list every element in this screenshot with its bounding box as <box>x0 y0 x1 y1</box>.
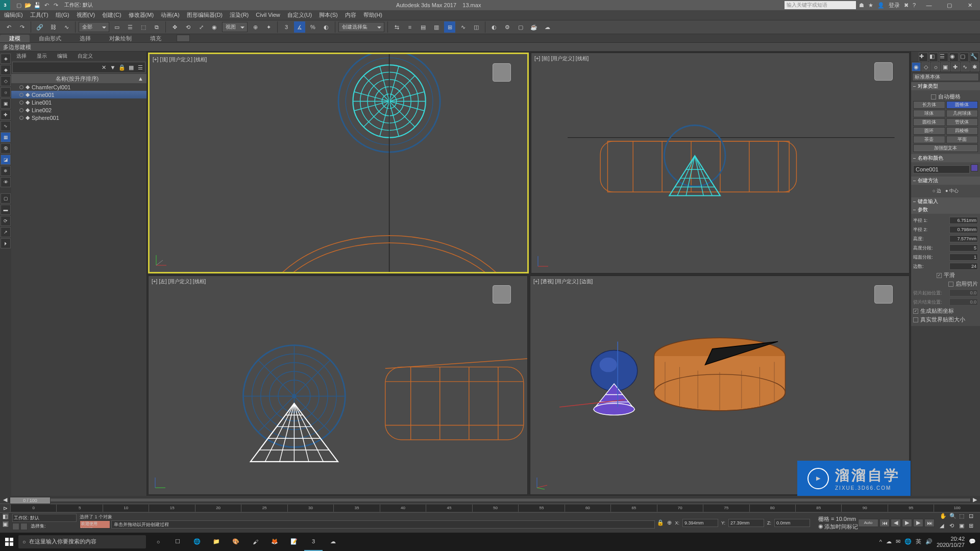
cameras-filter-icon[interactable]: ▣ <box>1 98 11 109</box>
rollout-header[interactable]: 键盘输入 <box>911 197 980 206</box>
spinner-snap-icon[interactable]: ◐ <box>321 21 332 33</box>
toggle-ribbon-icon[interactable]: ⊞ <box>444 21 455 33</box>
redo-icon[interactable]: ↷ <box>52 2 59 9</box>
menu-edit[interactable]: 编辑(E) <box>4 11 23 19</box>
open-icon[interactable]: 📂 <box>24 2 32 9</box>
coord-z[interactable]: 0.0mm <box>774 519 810 527</box>
placement-icon[interactable]: ◉ <box>209 21 220 33</box>
view-mode-icon[interactable]: ▦ <box>127 63 136 72</box>
primitive-teapot-button[interactable]: 茶壶 <box>913 136 945 143</box>
ime-icon[interactable]: 英 <box>916 538 921 545</box>
3dsmax-taskbar-icon[interactable]: 3 <box>304 533 323 551</box>
realworld-checkbox[interactable] <box>913 317 918 322</box>
volume-icon[interactable]: 🔊 <box>925 538 933 545</box>
exchange-icon[interactable]: ✖ <box>904 2 909 9</box>
viewport-config-icon[interactable]: ⊞ <box>969 522 977 532</box>
select-rect-icon[interactable]: ⬚ <box>138 21 149 33</box>
coord-y[interactable]: 27.39mm <box>728 519 764 527</box>
goto-start-icon[interactable]: ⏮ <box>879 519 890 527</box>
rollout-header[interactable]: 参数 <box>911 206 980 214</box>
height-seg-spinner[interactable]: 5 <box>949 244 978 252</box>
goto-end-icon[interactable]: ⏭ <box>924 519 935 527</box>
smooth-checkbox[interactable]: ✓ <box>937 273 942 278</box>
window-crossing-icon[interactable]: ⧉ <box>151 21 162 33</box>
viewcube[interactable] <box>868 281 899 312</box>
mail-icon[interactable]: ✉ <box>896 538 900 545</box>
systems-cat-icon[interactable]: ✱ <box>970 62 979 71</box>
lock-icon[interactable]: 🔒 <box>657 519 664 526</box>
slice-checkbox[interactable] <box>948 282 953 287</box>
object-name-input[interactable]: Cone001 <box>913 165 970 173</box>
app2-icon[interactable]: ☁ <box>324 533 342 551</box>
minimize-button[interactable]: — <box>919 0 939 10</box>
system-clock[interactable]: 20:422020/10/27 <box>937 536 965 548</box>
isolate-icon[interactable] <box>12 523 19 530</box>
display-tab-icon[interactable]: ▢ <box>960 53 969 62</box>
lights-cat-icon[interactable]: ☼ <box>931 62 940 71</box>
app-logo[interactable]: 3 <box>0 0 10 10</box>
notification-icon[interactable]: 💬 <box>969 538 976 545</box>
maxscript-toggle[interactable]: ◧ <box>2 513 9 520</box>
primitive-torus-button[interactable]: 圆环 <box>913 127 945 135</box>
login-label[interactable]: 登录 <box>889 2 900 9</box>
viewcube[interactable] <box>868 58 899 89</box>
manipulate-icon[interactable]: ✦ <box>263 21 274 33</box>
unlink-icon[interactable]: ⛓ <box>47 21 59 33</box>
primitive-sphere-button[interactable]: 球体 <box>913 110 945 117</box>
onedrive-icon[interactable]: ☁ <box>886 538 892 545</box>
zoom-region-icon[interactable]: ⬚ <box>959 513 967 522</box>
spacewarps-cat-icon[interactable]: ∿ <box>961 62 970 71</box>
close-button[interactable]: ✕ <box>960 0 980 10</box>
radius2-spinner[interactable]: 0.798mm <box>949 226 978 233</box>
task-view-icon[interactable]: ☐ <box>168 533 187 551</box>
menu-view[interactable]: 视图(V) <box>77 11 95 19</box>
menu-animation[interactable]: 动画(A) <box>161 11 180 19</box>
sides-spinner[interactable]: 24 <box>949 263 978 270</box>
maxscript-mini[interactable]: 欢迎使用 MAXSc <box>80 520 110 529</box>
ribbon-tab-populate[interactable]: 填充 <box>141 35 170 42</box>
ribbon-panel-label[interactable]: 多边形建模 <box>3 43 31 51</box>
ribbon-toggle[interactable] <box>177 35 190 42</box>
slider-prev-icon[interactable]: ◀ <box>3 496 7 503</box>
select-object-icon[interactable]: ▭ <box>111 21 122 33</box>
rollout-header[interactable]: 创建方法 <box>911 177 980 185</box>
viewport-front[interactable]: [+] [前] [用户定义] [线框] <box>531 53 910 273</box>
rotate-icon[interactable]: ⟲ <box>182 21 193 33</box>
method-edge-radio[interactable]: ○ 边 <box>933 188 941 194</box>
time-slider-track[interactable]: 0 / 100 <box>9 498 971 502</box>
menu-grapheditors[interactable]: 图形编辑器(D) <box>187 11 223 19</box>
groups-filter-icon[interactable]: ▦ <box>1 132 11 142</box>
helpers-filter-icon[interactable]: ✚ <box>1 110 11 120</box>
layers-icon[interactable]: ▤ <box>418 21 429 33</box>
coord-x[interactable]: 9.394mm <box>682 519 718 527</box>
render-icon[interactable]: ☕ <box>528 21 540 33</box>
viewcube[interactable] <box>486 281 517 312</box>
frozen-icon[interactable]: ❄ <box>1 166 11 176</box>
lock-icon[interactable]: ⏵ <box>1 238 11 248</box>
menu-customize[interactable]: 自定义(U) <box>287 11 312 19</box>
scene-column-header[interactable]: 名称(按升序排序)▲ <box>11 74 146 83</box>
ribbon-tab-modeling[interactable]: 建模 <box>0 35 30 42</box>
maxscript-listener[interactable]: ▣ <box>2 520 9 528</box>
explorer-icon[interactable]: 📁 <box>207 533 226 551</box>
scene-search-input[interactable] <box>13 65 99 70</box>
scale-icon[interactable]: ⤢ <box>195 21 207 33</box>
utilities-tab-icon[interactable]: 🔧 <box>970 53 979 62</box>
paint-icon[interactable]: 🎨 <box>227 533 245 551</box>
hidden-icon[interactable]: 👁 <box>1 177 11 187</box>
workspace-dropdown[interactable]: 工作区: 默认 <box>64 2 93 9</box>
favorites-icon[interactable]: ★ <box>868 2 873 9</box>
help-icon[interactable]: ? <box>913 2 916 8</box>
menu-content[interactable]: 内容 <box>345 11 356 19</box>
viewcube[interactable] <box>486 59 517 90</box>
clear-search-icon[interactable]: ✕ <box>99 63 108 72</box>
save-icon[interactable]: 💾 <box>34 2 41 9</box>
autokey-button[interactable]: Auto <box>858 519 878 527</box>
play-icon[interactable]: ▶ <box>902 519 912 527</box>
angle-snap-icon[interactable]: ∡ <box>294 21 305 33</box>
user-icon[interactable]: 👤 <box>877 2 885 9</box>
ribbon-tab-selection[interactable]: 选择 <box>70 35 100 42</box>
render-frame-icon[interactable]: ▢ <box>515 21 526 33</box>
menu-civilview[interactable]: Civil View <box>256 12 280 18</box>
autogrid-checkbox[interactable] <box>931 94 936 99</box>
